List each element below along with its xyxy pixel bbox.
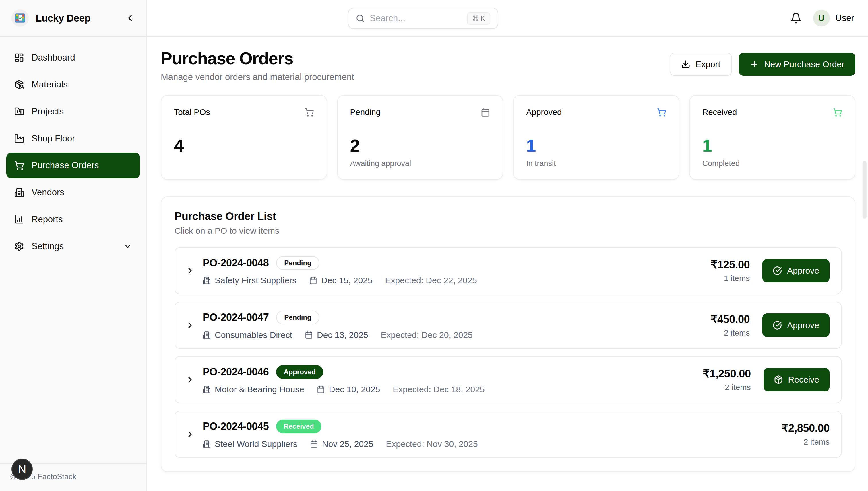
expand-row-button[interactable] bbox=[185, 266, 195, 275]
sidebar-item-projects[interactable]: Projects bbox=[6, 99, 140, 124]
stat-subtitle bbox=[174, 159, 314, 168]
check-circle-icon bbox=[773, 321, 782, 330]
stat-label: Received bbox=[702, 108, 737, 117]
export-button[interactable]: Export bbox=[670, 53, 732, 76]
sidebar-item-shop-floor[interactable]: Shop Floor bbox=[6, 126, 140, 151]
building-icon bbox=[202, 277, 211, 285]
sidebar-nav: Dashboard Materials Projects Shop Floor … bbox=[0, 37, 146, 463]
head-actions: Export New Purchase Order bbox=[670, 53, 856, 82]
sidebar-footer: N © 2025 FactoStack bbox=[0, 463, 146, 491]
stat-card-total-pos: Total POs 4 bbox=[161, 95, 327, 180]
po-id: PO-2024-0046 bbox=[202, 366, 269, 378]
sidebar-item-label: Vendors bbox=[32, 187, 64, 198]
scrollbar-thumb[interactable] bbox=[863, 161, 867, 219]
expected-date: Expected: Nov 30, 2025 bbox=[386, 439, 478, 449]
expand-row-button[interactable] bbox=[185, 375, 195, 384]
po-amount: ₹2,850.00 bbox=[781, 422, 830, 434]
po-id: PO-2024-0045 bbox=[202, 421, 269, 433]
approve-button[interactable]: Approve bbox=[762, 259, 830, 283]
po-id: PO-2024-0047 bbox=[202, 312, 269, 323]
building-icon bbox=[202, 440, 211, 448]
po-item-count: 2 items bbox=[703, 383, 751, 392]
sidebar-item-settings[interactable]: Settings bbox=[6, 233, 140, 259]
chevron-down-icon bbox=[124, 242, 132, 251]
sidebar-item-label: Purchase Orders bbox=[32, 160, 99, 171]
chevron-left-icon bbox=[125, 13, 135, 23]
export-label: Export bbox=[696, 59, 721, 69]
expand-row-button[interactable] bbox=[185, 321, 195, 330]
status-badge: Pending bbox=[276, 256, 320, 270]
po-row-0047[interactable]: PO-2024-0047 Pending Consumables Direct … bbox=[174, 302, 842, 349]
stat-subtitle: In transit bbox=[526, 159, 666, 168]
calendar-icon bbox=[309, 277, 317, 285]
search-icon bbox=[356, 14, 364, 23]
shopping-cart-icon bbox=[305, 108, 314, 117]
factory-icon bbox=[15, 134, 24, 143]
building-icon bbox=[202, 385, 211, 394]
sidebar-item-materials[interactable]: Materials bbox=[6, 72, 140, 97]
stat-subtitle: Completed bbox=[702, 159, 842, 168]
content: Purchase Orders Manage vendor orders and… bbox=[147, 37, 868, 491]
expected-date: Expected: Dec 22, 2025 bbox=[385, 276, 477, 285]
sidebar-item-reports[interactable]: Reports bbox=[6, 206, 140, 232]
expand-row-button[interactable] bbox=[185, 430, 195, 439]
po-list-title: Purchase Order List bbox=[174, 210, 842, 223]
po-amount: ₹125.00 bbox=[710, 258, 750, 271]
app-logo bbox=[11, 9, 29, 27]
stat-value: 2 bbox=[350, 137, 490, 154]
sidebar-item-vendors[interactable]: Vendors bbox=[6, 179, 140, 205]
stat-card-received: Received 1 Completed bbox=[689, 95, 856, 180]
download-icon bbox=[681, 60, 690, 69]
new-purchase-order-label: New Purchase Order bbox=[764, 59, 844, 69]
stat-subtitle: Awaiting approval bbox=[350, 159, 490, 168]
sidebar-collapse-button[interactable] bbox=[125, 13, 135, 23]
calendar-icon bbox=[317, 385, 325, 394]
po-row-0045[interactable]: PO-2024-0045 Received Steel World Suppli… bbox=[174, 411, 842, 458]
po-item-count: 1 items bbox=[710, 274, 750, 283]
stat-card-pending: Pending 2 Awaiting approval bbox=[337, 95, 504, 180]
approve-button[interactable]: Approve bbox=[762, 314, 830, 337]
expected-date: Expected: Dec 20, 2025 bbox=[381, 330, 473, 340]
folder-kanban-icon bbox=[15, 107, 24, 116]
po-item-count: 2 items bbox=[710, 328, 750, 338]
receive-button[interactable]: Receive bbox=[763, 368, 830, 392]
dev-badge[interactable]: N bbox=[11, 459, 33, 480]
supplier-name: Consumables Direct bbox=[215, 330, 292, 340]
status-badge: Approved bbox=[276, 365, 323, 379]
sidebar-item-label: Materials bbox=[32, 80, 68, 90]
sidebar-item-dashboard[interactable]: Dashboard bbox=[6, 45, 140, 70]
page-title: Purchase Orders bbox=[161, 49, 354, 67]
shopping-cart-icon bbox=[833, 108, 842, 117]
order-date: Dec 15, 2025 bbox=[321, 276, 372, 285]
notifications-button[interactable] bbox=[790, 12, 802, 24]
chevron-right-icon bbox=[185, 321, 195, 330]
sidebar-item-label: Projects bbox=[32, 107, 64, 117]
po-list-subtitle: Click on a PO to view items bbox=[174, 226, 842, 236]
calendar-icon bbox=[305, 331, 313, 339]
chevron-right-icon bbox=[185, 430, 195, 439]
calendar-icon bbox=[310, 440, 318, 448]
sidebar-item-purchase-orders[interactable]: Purchase Orders bbox=[6, 152, 140, 178]
stat-value: 1 bbox=[526, 137, 666, 154]
sidebar-item-label: Dashboard bbox=[32, 53, 75, 63]
search-input[interactable]: Search... ⌘ K bbox=[348, 8, 498, 29]
calendar-icon bbox=[481, 108, 490, 117]
chevron-right-icon bbox=[185, 375, 195, 384]
package-icon bbox=[774, 375, 783, 384]
po-row-0046[interactable]: PO-2024-0046 Approved Motor & Bearing Ho… bbox=[174, 356, 842, 403]
supplier-name: Steel World Suppliers bbox=[215, 439, 297, 449]
user-menu[interactable]: U User bbox=[813, 10, 854, 26]
supplier-name: Safety First Suppliers bbox=[215, 276, 297, 285]
check-circle-icon bbox=[773, 266, 782, 275]
stat-card-approved: Approved 1 In transit bbox=[513, 95, 679, 180]
bell-icon bbox=[790, 12, 802, 24]
purchase-order-list-card: Purchase Order List Click on a PO to vie… bbox=[161, 197, 856, 472]
chevron-right-icon bbox=[185, 266, 195, 275]
package-search-icon bbox=[15, 80, 24, 89]
new-purchase-order-button[interactable]: New Purchase Order bbox=[739, 53, 856, 76]
sidebar-item-label: Shop Floor bbox=[32, 133, 75, 144]
bar-chart-icon bbox=[15, 214, 24, 224]
stat-value: 4 bbox=[174, 137, 314, 154]
po-row-0048[interactable]: PO-2024-0048 Pending Safety First Suppli… bbox=[174, 247, 842, 294]
avatar: U bbox=[813, 10, 830, 26]
